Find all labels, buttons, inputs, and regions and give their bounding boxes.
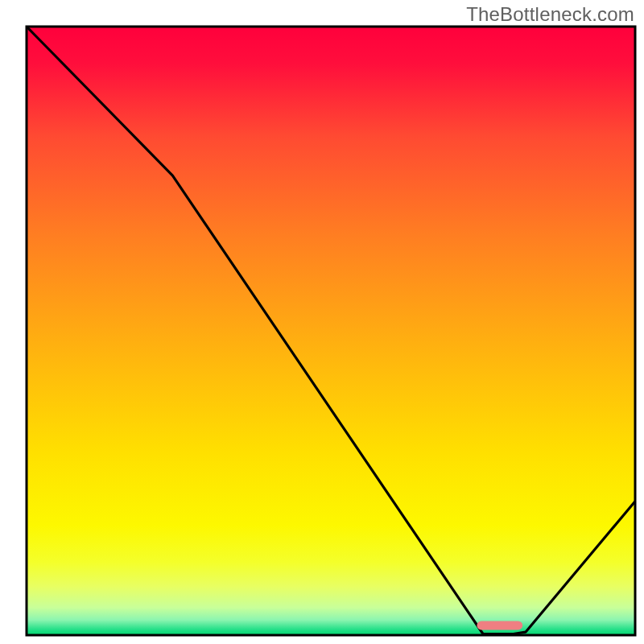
- optimal-range-marker: [477, 621, 522, 630]
- watermark-text: TheBottleneck.com: [466, 3, 634, 26]
- plot-background: [27, 27, 635, 635]
- bottleneck-chart: [0, 0, 644, 644]
- chart-container: TheBottleneck.com: [0, 0, 644, 644]
